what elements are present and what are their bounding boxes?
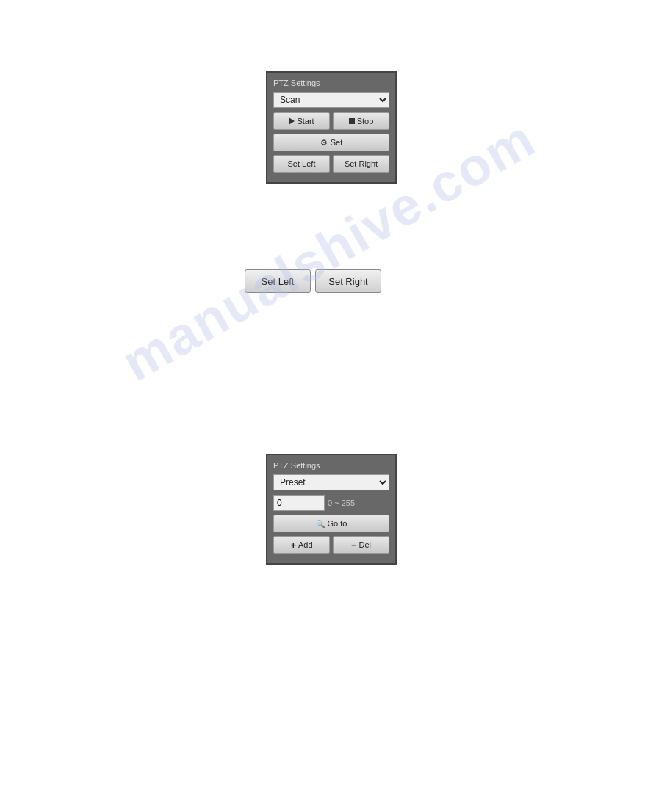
set-left-right-row: Set Left Set Right	[273, 155, 389, 173]
stop-button[interactable]: Stop	[333, 112, 389, 130]
del-button[interactable]: − Del	[333, 536, 389, 554]
set-label: Set	[331, 138, 343, 147]
stop-icon	[349, 118, 355, 124]
standalone-set-buttons: Set Left Set Right	[245, 269, 381, 293]
preset-range-label: 0 ~ 255	[328, 499, 355, 507]
add-label: Add	[298, 540, 313, 549]
goto-button[interactable]: 🔍 Go to	[273, 515, 389, 532]
standalone-set-right-label: Set Right	[328, 276, 367, 287]
start-button[interactable]: Start	[273, 112, 330, 130]
plus-icon: +	[290, 540, 296, 551]
set-left-button[interactable]: Set Left	[273, 155, 330, 173]
add-button[interactable]: + Add	[273, 536, 330, 554]
del-label: Del	[359, 540, 372, 549]
add-del-row: + Add − Del	[273, 536, 389, 554]
set-right-button[interactable]: Set Right	[333, 155, 389, 173]
minus-icon: −	[351, 540, 357, 551]
scan-ptz-panel: PTZ Settings Scan Preset Tour Pattern St…	[266, 71, 397, 184]
preset-mode-select[interactable]: Scan Preset Tour Pattern	[273, 474, 389, 490]
standalone-set-left-button[interactable]: Set Left	[245, 269, 311, 293]
scan-mode-select[interactable]: Scan Preset Tour Pattern	[273, 92, 389, 108]
goto-label: Go to	[328, 519, 347, 528]
stop-label: Stop	[357, 117, 374, 126]
start-stop-row: Start Stop	[273, 112, 389, 130]
standalone-set-right-button[interactable]: Set Right	[315, 269, 381, 293]
set-right-label: Set Right	[345, 159, 378, 168]
set-left-label: Set Left	[288, 159, 316, 168]
search-icon: 🔍	[316, 520, 325, 528]
play-icon	[289, 117, 295, 125]
preset-number-input[interactable]	[273, 495, 325, 511]
gear-icon: ⚙	[320, 138, 328, 148]
scan-panel-title: PTZ Settings	[273, 79, 389, 87]
preset-input-row: 0 ~ 255	[273, 495, 389, 511]
preset-panel-title: PTZ Settings	[273, 461, 389, 470]
preset-ptz-panel: PTZ Settings Scan Preset Tour Pattern 0 …	[266, 454, 397, 565]
standalone-set-left-label: Set Left	[262, 276, 295, 287]
start-label: Start	[297, 117, 314, 126]
set-button[interactable]: ⚙ Set	[273, 134, 389, 151]
